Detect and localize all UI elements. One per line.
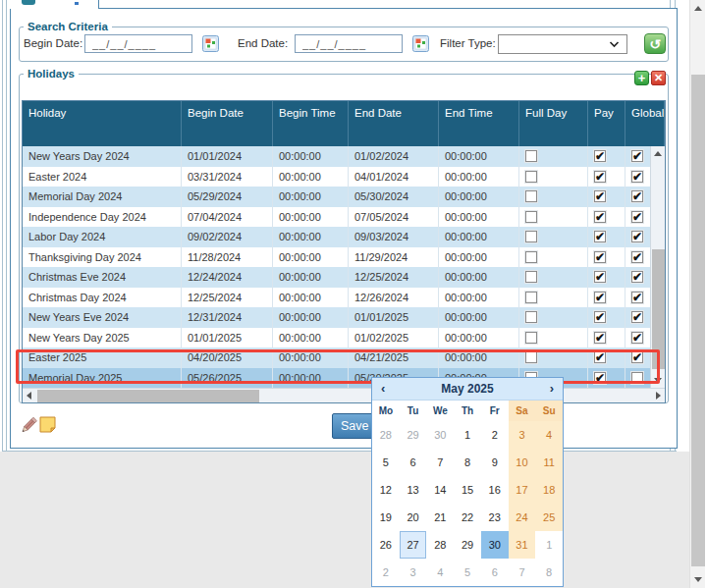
calendar-day[interactable]: 27 — [400, 531, 427, 559]
page-scroll-thumb[interactable] — [691, 75, 705, 566]
pay-checkbox[interactable] — [594, 271, 606, 283]
scroll-left-arrow-icon[interactable] — [27, 392, 31, 400]
scroll-down-arrow-icon[interactable] — [654, 378, 662, 383]
calendar-day[interactable]: 9 — [481, 449, 509, 476]
begin-date-input[interactable] — [84, 34, 192, 53]
calendar-day[interactable]: 28 — [426, 531, 454, 559]
pay-checkbox[interactable] — [594, 150, 606, 162]
calendar-day[interactable]: 2 — [481, 421, 509, 449]
calendar-day[interactable]: 15 — [454, 476, 481, 504]
global-checkbox[interactable] — [631, 292, 643, 303]
full-day-checkbox[interactable] — [525, 351, 537, 363]
calendar-day[interactable]: 10 — [509, 449, 536, 476]
add-holiday-button[interactable]: + — [634, 71, 649, 85]
table-row[interactable]: Easter 202403/31/202400:00:0004/01/20240… — [23, 167, 665, 187]
calendar-prev-arrow-icon[interactable]: ‹ — [381, 380, 385, 398]
global-checkbox[interactable] — [631, 150, 643, 162]
calendar-day[interactable]: 7 — [426, 449, 454, 476]
pay-checkbox[interactable] — [594, 332, 606, 344]
global-checkbox[interactable] — [631, 332, 643, 344]
calendar-day[interactable]: 17 — [509, 476, 536, 504]
table-row[interactable]: Thanksgiving Day 202411/28/202400:00:001… — [23, 247, 665, 268]
full-day-checkbox[interactable] — [525, 271, 537, 283]
column-header-begin-time[interactable]: Begin Time — [273, 101, 349, 146]
vertical-scroll-thumb[interactable] — [652, 249, 665, 369]
full-day-checkbox[interactable] — [525, 292, 537, 303]
pay-checkbox[interactable] — [594, 190, 606, 202]
global-checkbox[interactable] — [631, 271, 643, 283]
full-day-checkbox[interactable] — [525, 251, 537, 263]
table-row[interactable]: New Years Eve 202412/31/202400:00:0001/0… — [23, 307, 665, 328]
table-row[interactable]: Independence Day 202407/04/202400:00:000… — [23, 207, 665, 228]
calendar-day[interactable]: 3 — [400, 559, 427, 586]
calendar-day[interactable]: 29 — [400, 421, 427, 449]
full-day-checkbox[interactable] — [525, 231, 537, 242]
table-row[interactable]: Labor Day 202409/02/202400:00:0009/03/20… — [23, 227, 665, 247]
calendar-day[interactable]: 1 — [454, 421, 481, 449]
calendar-day[interactable]: 28 — [372, 421, 400, 449]
column-header-pay[interactable]: Pay — [588, 101, 625, 146]
calendar-day[interactable]: 20 — [400, 504, 427, 531]
page-scroll-down-icon[interactable] — [694, 577, 702, 582]
full-day-checkbox[interactable] — [525, 311, 537, 323]
global-checkbox[interactable] — [631, 231, 643, 242]
refresh-button[interactable]: ↺ — [644, 33, 666, 54]
full-day-checkbox[interactable] — [525, 332, 537, 344]
pay-checkbox[interactable] — [594, 211, 606, 223]
table-vertical-scrollbar[interactable] — [650, 146, 665, 388]
table-row[interactable]: Christmas Eve 202412/24/202400:00:0012/2… — [23, 267, 665, 288]
full-day-checkbox[interactable] — [525, 150, 537, 162]
column-header-end-time[interactable]: End Time — [439, 101, 519, 146]
calendar-day[interactable]: 21 — [426, 504, 454, 531]
scroll-right-arrow-icon[interactable] — [656, 392, 661, 400]
pay-checkbox[interactable] — [594, 292, 606, 303]
column-header-begin-date[interactable]: Begin Date — [182, 101, 273, 146]
global-checkbox[interactable] — [631, 171, 643, 183]
table-row[interactable]: Memorial Day 202505/26/202500:00:0005/30… — [23, 368, 665, 389]
calendar-day[interactable]: 16 — [481, 476, 509, 504]
column-header-holiday[interactable]: Holiday — [23, 101, 182, 146]
table-row[interactable]: New Years Day 202501/01/202500:00:0001/0… — [23, 328, 665, 348]
calendar-day[interactable]: 25 — [535, 504, 563, 531]
pay-checkbox[interactable] — [594, 231, 606, 242]
global-checkbox[interactable] — [631, 372, 643, 384]
calendar-day[interactable]: 14 — [426, 476, 454, 504]
begin-date-calendar-icon[interactable] — [202, 35, 219, 52]
calendar-day[interactable]: 26 — [372, 531, 400, 559]
full-day-checkbox[interactable] — [525, 190, 537, 202]
calendar-day[interactable]: 3 — [509, 421, 536, 449]
pay-checkbox[interactable] — [594, 311, 606, 323]
end-date-calendar-icon[interactable] — [412, 35, 429, 52]
pay-checkbox[interactable] — [594, 251, 606, 263]
page-scroll-up-icon[interactable] — [694, 6, 702, 11]
calendar-day[interactable]: 5 — [454, 559, 481, 586]
column-header-global[interactable]: Global — [625, 101, 665, 146]
scroll-up-arrow-icon[interactable] — [654, 151, 662, 156]
edit-pencil-icon[interactable] — [19, 415, 38, 435]
full-day-checkbox[interactable] — [525, 171, 537, 183]
calendar-day[interactable]: 8 — [535, 559, 563, 586]
calendar-day[interactable]: 31 — [509, 531, 536, 559]
calendar-day[interactable]: 11 — [535, 449, 563, 476]
global-checkbox[interactable] — [631, 251, 643, 263]
filter-type-select[interactable] — [498, 34, 627, 54]
notes-icon[interactable] — [38, 415, 57, 434]
table-row[interactable]: Easter 202504/20/202500:00:0004/21/20250… — [23, 347, 665, 368]
calendar-day[interactable]: 5 — [372, 449, 400, 476]
delete-holiday-button[interactable]: ✕ — [651, 71, 666, 85]
calendar-month-title[interactable]: May 2025 — [441, 382, 493, 396]
calendar-day[interactable]: 4 — [426, 559, 454, 586]
calendar-day[interactable]: 23 — [481, 504, 509, 531]
calendar-day[interactable]: 30 — [426, 421, 454, 449]
calendar-day[interactable]: 4 — [535, 421, 563, 449]
calendar-day[interactable]: 18 — [535, 476, 563, 504]
calendar-day[interactable]: 12 — [372, 476, 400, 504]
table-row[interactable]: Memorial Day 202405/29/202400:00:0005/30… — [23, 187, 665, 207]
calendar-day[interactable]: 8 — [454, 449, 481, 476]
page-scrollbar[interactable] — [689, 0, 705, 588]
column-header-full-day[interactable]: Full Day — [519, 101, 588, 146]
pay-checkbox[interactable] — [594, 171, 606, 183]
calendar-day[interactable]: 2 — [372, 559, 400, 586]
table-row[interactable]: Christmas Day 202412/25/202400:00:0012/2… — [23, 288, 665, 308]
calendar-day[interactable]: 13 — [400, 476, 427, 504]
